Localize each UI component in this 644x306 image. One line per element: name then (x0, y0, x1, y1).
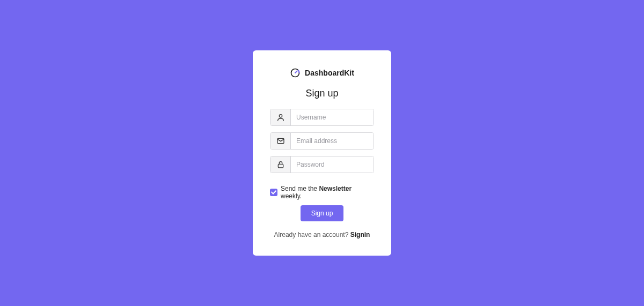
password-input[interactable] (291, 156, 374, 173)
signin-row: Already have an account? Signin (274, 231, 370, 238)
card-title: Sign up (305, 88, 338, 99)
username-input[interactable] (291, 109, 374, 125)
newsletter-suffix: weekly. (281, 192, 302, 200)
newsletter-label: Send me the Newsletter weekly. (281, 185, 374, 200)
email-group (270, 132, 374, 150)
lock-icon (270, 156, 291, 173)
newsletter-row: Send me the Newsletter weekly. (270, 185, 374, 200)
password-group (270, 156, 374, 173)
signup-card: DashboardKit Sign up (253, 50, 391, 256)
newsletter-bold: Newsletter (319, 185, 352, 192)
signin-prompt: Already have an account? (274, 231, 350, 238)
newsletter-prefix: Send me the (281, 185, 319, 192)
user-icon (270, 109, 291, 125)
svg-point-1 (279, 115, 282, 117)
brand-logo-icon (290, 68, 301, 78)
signin-link[interactable]: Signin (350, 231, 370, 238)
email-input[interactable] (291, 133, 374, 149)
brand-row: DashboardKit (290, 68, 354, 78)
username-group (270, 109, 374, 126)
mail-icon (270, 133, 291, 149)
signup-button[interactable]: Sign up (301, 205, 344, 221)
brand-name: DashboardKit (305, 69, 354, 77)
svg-rect-3 (278, 164, 283, 168)
newsletter-checkbox[interactable] (270, 189, 277, 196)
